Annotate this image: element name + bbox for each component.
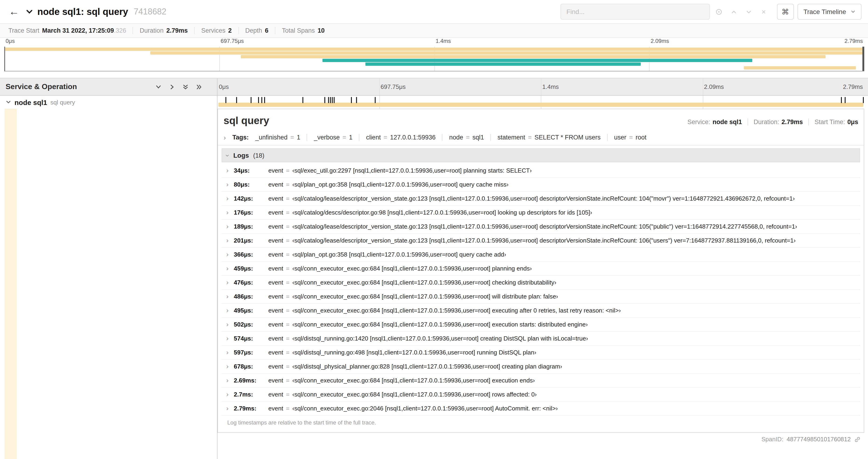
log-entry[interactable]: ›142μs:event=‹sql/catalog/lease/descript… <box>222 192 860 206</box>
equals-sign: = <box>466 134 470 141</box>
prev-result-icon[interactable] <box>728 6 739 17</box>
log-entry[interactable]: ›80μs:event=‹sql/plan_opt.go:358 [nsql1,… <box>222 178 860 192</box>
log-entry[interactable]: ›678μs:event=‹sql/distsql_physical_plann… <box>222 360 860 374</box>
span-row-name-cell[interactable]: node sql1 sql query <box>0 96 217 109</box>
log-marker <box>351 97 352 103</box>
log-entry[interactable]: ›476μs:event=‹sql/conn_executor_exec.go:… <box>222 276 860 290</box>
log-entry[interactable]: ›495μs:event=‹sql/conn_executor_exec.go:… <box>222 304 860 318</box>
log-message: ‹sql/conn_executor_exec.go:684 [nsql1,cl… <box>292 293 558 300</box>
expand-all-button[interactable] <box>195 83 203 91</box>
log-marker <box>328 97 329 103</box>
trace-id: 7418682 <box>134 7 166 17</box>
log-entry[interactable]: ›34μs:event=‹sql/exec_util.go:2297 [nsql… <box>222 164 860 178</box>
minimap-right-scrubber[interactable] <box>862 47 864 71</box>
overview-service: Service: node sql1 <box>687 119 742 126</box>
log-entry[interactable]: ›574μs:event=‹sql/distsql_running.go:142… <box>222 332 860 346</box>
log-marker <box>330 97 331 103</box>
tags-label: Tags: <box>232 134 249 141</box>
deep-link-icon[interactable] <box>854 436 861 442</box>
log-entry[interactable]: ›486μs:event=‹sql/conn_executor_exec.go:… <box>222 290 860 304</box>
tag-item: user=root <box>607 134 647 141</box>
log-message: ‹sql/conn_executor_exec.go:684 [nsql1,cl… <box>292 391 537 398</box>
tags-toggle-row[interactable]: › Tags: _unfinished=1_verbose=1client=12… <box>218 131 864 145</box>
next-result-icon[interactable] <box>743 6 754 17</box>
chevron-right-icon: › <box>223 134 226 141</box>
minimap-span-bar <box>151 51 864 55</box>
log-marker <box>841 97 842 103</box>
log-timestamp: 176μs: <box>234 209 268 216</box>
clear-search-icon[interactable] <box>758 6 769 17</box>
focus-match-icon[interactable] <box>713 6 724 17</box>
log-field-name: event <box>268 391 283 398</box>
service-operation-header: Service & Operation <box>0 78 217 95</box>
command-icon: ⌘ <box>781 8 789 15</box>
trace-summary-bar: Trace Start March 31 2022, 17:25:09.326 … <box>0 23 868 38</box>
log-entry[interactable]: ›2.7ms:event=‹sql/conn_executor_exec.go:… <box>222 388 860 402</box>
trace-title-toggle[interactable] <box>25 7 34 16</box>
equals-sign: = <box>286 307 289 314</box>
chevron-right-icon: › <box>226 181 233 188</box>
tag-key: client <box>366 134 381 141</box>
chevron-down-icon <box>25 7 34 16</box>
timeline-gridline <box>379 78 380 95</box>
span-row[interactable]: node sql1 sql query <box>0 96 868 109</box>
collapse-one-button[interactable] <box>154 83 162 91</box>
span-operation-name: sql query <box>51 99 75 106</box>
equals-sign: = <box>343 134 346 141</box>
equals-sign: = <box>286 405 289 412</box>
trace-start-item: Trace Start March 31 2022, 17:25:09.326 <box>2 27 133 34</box>
equals-sign: = <box>286 363 289 370</box>
expand-one-button[interactable] <box>168 83 176 91</box>
duration-item: Duration 2.79ms <box>133 27 194 34</box>
log-entry[interactable]: ›459μs:event=‹sql/conn_executor_exec.go:… <box>222 262 860 276</box>
log-entry[interactable]: ›189μs:event=‹sql/catalog/lease/descript… <box>222 220 860 234</box>
equals-sign: = <box>286 265 289 272</box>
log-field-name: event <box>268 349 283 356</box>
tag-item: statement=SELECT * FROM users <box>491 134 600 141</box>
find-input[interactable] <box>560 4 710 20</box>
logs-count: (18) <box>253 152 265 159</box>
log-entry[interactable]: ›502μs:event=‹sql/conn_executor_exec.go:… <box>222 318 860 332</box>
timeline-gridline <box>703 78 703 95</box>
logs-toggle-header[interactable]: › Logs (18) <box>222 148 860 162</box>
log-timestamp: 142μs: <box>234 195 268 202</box>
chevron-right-icon: › <box>226 377 233 384</box>
tag-value: 127.0.0.1:59936 <box>390 134 436 141</box>
collapse-controls <box>154 83 203 91</box>
equals-sign: = <box>286 321 289 328</box>
span-detail-section: sql query Service: node sql1 Duration: 2… <box>0 109 868 459</box>
collapse-all-button[interactable] <box>182 83 189 91</box>
log-entry[interactable]: ›597μs:event=‹sql/distsql_running.go:498… <box>222 346 860 360</box>
tag-key: node <box>449 134 463 141</box>
keyboard-shortcuts-button[interactable]: ⌘ <box>777 4 794 20</box>
tags-list: _unfinished=1_verbose=1client=127.0.0.1:… <box>255 134 647 141</box>
minimap-left-scrubber[interactable] <box>4 47 5 71</box>
log-timestamp: 34μs: <box>234 167 268 174</box>
log-entry[interactable]: ›2.79ms:event=‹sql/conn_executor_exec.go… <box>222 402 860 416</box>
log-marker <box>375 97 376 103</box>
log-message: ‹sql/distsql_running.go:498 [nsql1,clien… <box>292 349 536 356</box>
log-entry[interactable]: ›201μs:event=‹sql/catalog/lease/descript… <box>222 234 860 248</box>
trace-view-dropdown[interactable]: Trace Timeline <box>797 4 862 20</box>
tag-item: _unfinished=1 <box>255 134 300 141</box>
back-button[interactable]: ← <box>5 2 23 21</box>
tag-value: 1 <box>349 134 352 141</box>
tag-key: statement <box>497 134 525 141</box>
chevron-down-icon[interactable] <box>6 99 11 105</box>
chevron-right-icon: › <box>226 167 233 173</box>
log-entry[interactable]: ›366μs:event=‹sql/plan_opt.go:358 [nsql1… <box>222 248 860 262</box>
span-row-timeline-cell[interactable] <box>217 96 868 109</box>
log-entry[interactable]: ›2.69ms:event=‹sql/conn_executor_exec.go… <box>222 374 860 388</box>
logs-label: Logs <box>233 152 249 159</box>
span-duration-bar[interactable] <box>218 103 863 107</box>
chevron-right-icon: › <box>226 335 233 341</box>
depth-item: Depth 6 <box>238 27 275 34</box>
log-field-name: event <box>268 167 283 174</box>
equals-sign: = <box>286 335 289 342</box>
minimap-canvas[interactable] <box>4 47 864 71</box>
timeline-header-row: Service & Operation 0μs697.75μs1.4ms2.09… <box>0 78 868 96</box>
log-marker <box>250 97 251 103</box>
trace-view-label: Trace Timeline <box>803 8 846 15</box>
log-entry[interactable]: ›176μs:event=‹sql/catalog/descs/descript… <box>222 206 860 220</box>
log-marker <box>225 97 226 103</box>
